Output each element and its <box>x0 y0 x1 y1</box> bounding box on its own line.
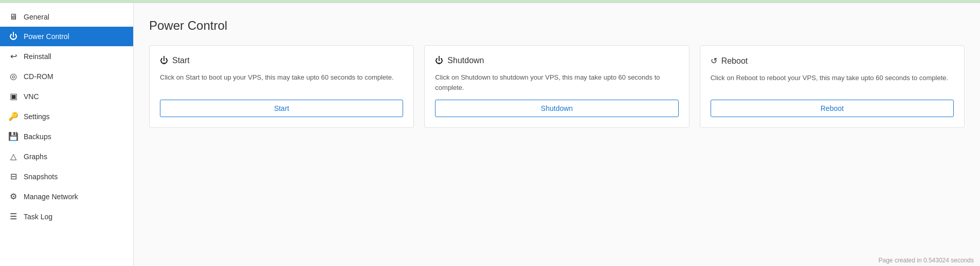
sidebar-label-settings: Settings <box>24 112 50 121</box>
sidebar-label-power-control: Power Control <box>24 32 69 41</box>
sidebar-label-manage-network: Manage Network <box>24 193 78 201</box>
reboot-button[interactable]: Reboot <box>711 100 954 117</box>
card-reboot: ↺RebootClick on Reboot to reboot your VP… <box>700 45 965 128</box>
sidebar-item-general[interactable]: 🖥General <box>0 7 133 27</box>
sidebar-item-vnc[interactable]: ▣VNC <box>0 86 133 106</box>
task-log-icon: ☰ <box>8 212 19 221</box>
manage-network-icon: ⚙ <box>8 192 19 201</box>
card-title-shutdown: ⏻Shutdown <box>435 56 678 65</box>
start-button[interactable]: Start <box>160 100 403 117</box>
sidebar-label-vnc: VNC <box>24 92 39 101</box>
card-title-reboot: ↺Reboot <box>711 56 954 66</box>
sidebar-label-backups: Backups <box>24 132 51 141</box>
graphs-icon: △ <box>8 151 19 161</box>
main-content: Power Control ⏻StartClick on Start to bo… <box>134 3 980 266</box>
start-card-icon: ⏻ <box>160 56 168 65</box>
general-icon: 🖥 <box>8 12 19 22</box>
page-title: Power Control <box>149 18 965 33</box>
sidebar-item-settings[interactable]: 🔑Settings <box>0 106 133 126</box>
sidebar-item-graphs[interactable]: △Graphs <box>0 146 133 166</box>
footer-text: Page created in 0.543024 seconds <box>879 257 974 264</box>
card-shutdown: ⏻ShutdownClick on Shutdown to shutdown y… <box>424 45 689 128</box>
snapshots-icon: ⊟ <box>8 172 19 181</box>
sidebar-label-snapshots: Snapshots <box>24 173 58 181</box>
sidebar: 🖥General⏻Power Control↩Reinstall◎CD-ROM▣… <box>0 3 134 266</box>
shutdown-card-icon: ⏻ <box>435 56 443 65</box>
sidebar-item-backups[interactable]: 💾Backups <box>0 126 133 146</box>
sidebar-label-reinstall: Reinstall <box>24 52 51 61</box>
sidebar-label-cd-rom: CD-ROM <box>24 72 53 81</box>
reinstall-icon: ↩ <box>8 51 19 61</box>
card-title-start: ⏻Start <box>160 56 403 65</box>
sidebar-item-manage-network[interactable]: ⚙Manage Network <box>0 186 133 206</box>
footer-bar: Page created in 0.543024 seconds <box>873 255 980 266</box>
vnc-icon: ▣ <box>8 91 19 101</box>
sidebar-item-reinstall[interactable]: ↩Reinstall <box>0 46 133 66</box>
settings-icon: 🔑 <box>8 111 19 121</box>
card-start: ⏻StartClick on Start to boot up your VPS… <box>149 45 414 128</box>
sidebar-label-task-log: Task Log <box>24 213 52 221</box>
sidebar-label-general: General <box>24 13 49 21</box>
sidebar-label-graphs: Graphs <box>24 153 47 161</box>
card-title-text-start: Start <box>172 56 190 65</box>
card-title-text-reboot: Reboot <box>721 56 748 66</box>
sidebar-item-cd-rom[interactable]: ◎CD-ROM <box>0 66 133 86</box>
shutdown-button[interactable]: Shutdown <box>435 100 678 117</box>
cards-row: ⏻StartClick on Start to boot up your VPS… <box>149 45 965 128</box>
sidebar-item-power-control[interactable]: ⏻Power Control <box>0 27 133 46</box>
card-title-text-shutdown: Shutdown <box>447 56 484 65</box>
power-control-icon: ⏻ <box>8 32 19 41</box>
sidebar-item-task-log[interactable]: ☰Task Log <box>0 206 133 226</box>
sidebar-item-snapshots[interactable]: ⊟Snapshots <box>0 166 133 186</box>
card-desc-start: Click on Start to boot up your VPS, this… <box>160 72 403 92</box>
backups-icon: 💾 <box>8 131 19 141</box>
card-desc-shutdown: Click on Shutdown to shutdown your VPS, … <box>435 72 678 92</box>
card-desc-reboot: Click on Reboot to reboot your VPS, this… <box>711 73 954 92</box>
cd-rom-icon: ◎ <box>8 71 19 81</box>
reboot-card-icon: ↺ <box>711 56 717 66</box>
